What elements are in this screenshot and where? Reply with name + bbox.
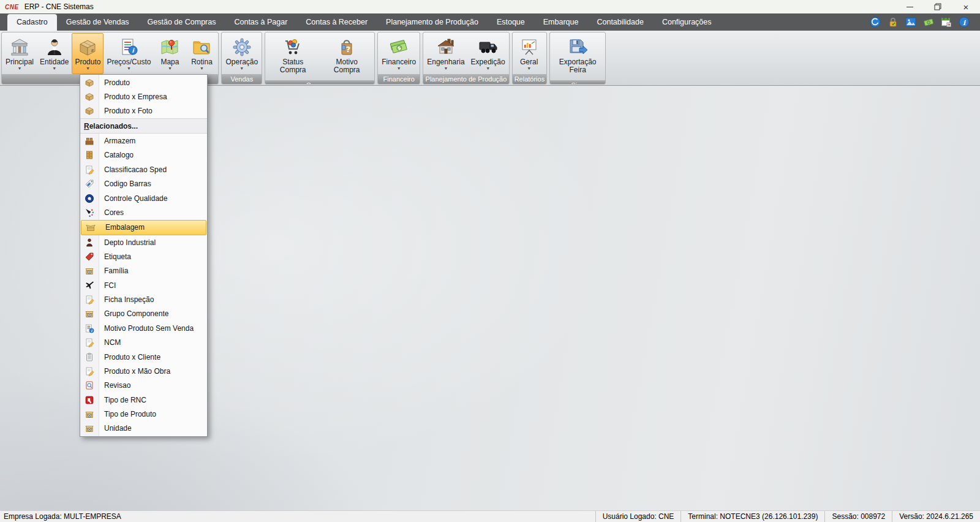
plane-icon xyxy=(80,281,99,290)
menu-item-classificacao-sped[interactable]: Classificacao Sped xyxy=(80,162,207,176)
menu-item-label: Revisao xyxy=(99,381,130,390)
menu-item-label: Produto x Foto xyxy=(99,107,153,115)
factory-icon xyxy=(436,36,456,58)
ribbon-group-label: Planejamento de Produção xyxy=(423,74,508,84)
calendar-icon[interactable] xyxy=(940,16,952,28)
svg-text:#: # xyxy=(91,48,94,53)
close-button[interactable]: × xyxy=(952,0,980,13)
ribbon-button-engenharia[interactable]: Engenharia▼ xyxy=(424,33,467,74)
image-icon[interactable] xyxy=(905,16,917,28)
ribbon-button-financeiro[interactable]: $Financeiro▼ xyxy=(379,33,419,74)
ribbon-button-produto[interactable]: #Produto▼ xyxy=(72,33,104,74)
menu-item-codigo-barras[interactable]: Codigo Barras xyxy=(80,177,207,191)
box-sm-icon xyxy=(80,92,99,102)
minimize-button[interactable] xyxy=(895,0,924,13)
ribbon-group-buttons: Principal▼Entidade▼#Produto▼iPreços/Cust… xyxy=(2,32,218,74)
menu-item-depto-industrial[interactable]: Depto Industrial xyxy=(80,235,207,249)
restore-button[interactable] xyxy=(924,0,952,13)
menu-item-produto-x-empresa[interactable]: Produto x Empresa xyxy=(80,89,207,104)
menu-item-label: Produto x Cliente xyxy=(99,353,160,361)
svg-text:?: ? xyxy=(346,45,351,54)
ribbon-button-geral[interactable]: Geral▼ xyxy=(513,33,545,74)
ribbon-button-rotina[interactable]: Rotina▼ xyxy=(186,33,217,74)
menu-item-label: Produto x Mão Obra xyxy=(99,367,170,376)
ribbon-button-mapa[interactable]: Mapa▼ xyxy=(154,33,186,74)
menu-item-produto[interactable]: Produto xyxy=(80,75,207,89)
chevron-down-icon: ▼ xyxy=(127,66,131,72)
doc-pencil-icon xyxy=(80,165,99,175)
tab-configuracoes[interactable]: Configurações xyxy=(653,14,721,31)
status-segment-2: Sessão: 008972 xyxy=(824,511,892,522)
menu-item-cores[interactable]: Cores xyxy=(80,205,207,219)
menu-item-armazem[interactable]: Armazem xyxy=(80,134,207,148)
tab-estoque[interactable]: Estoque xyxy=(488,14,534,31)
window-controls: × xyxy=(895,0,980,13)
ribbon-button-label: Motivo Compra xyxy=(323,58,371,74)
menu-item-label: Grupo Componente xyxy=(99,309,168,318)
menu-item-familia[interactable]: Família xyxy=(80,264,207,278)
menu-item-tipo-de-rnc[interactable]: Tipo de RNC xyxy=(80,393,207,407)
barcode-tag-icon xyxy=(80,179,99,189)
tab-contabilidade[interactable]: Contabilidade xyxy=(587,14,652,31)
clipboard-icon xyxy=(80,352,99,362)
truck-icon xyxy=(478,36,498,58)
menu-item-label: Produto x Empresa xyxy=(99,93,167,101)
menu-item-controle-qualidade[interactable]: Controle Qualidade xyxy=(80,191,207,205)
ribbon-button-principal[interactable]: Principal▼ xyxy=(2,33,37,74)
tab-contas-a-pagar[interactable]: Contas à Pagar xyxy=(225,14,296,31)
menu-item-produto-x-cliente[interactable]: Produto x Cliente xyxy=(80,350,207,364)
tabbar-tool-icons: i xyxy=(869,16,970,28)
menu-item-label: FCI xyxy=(99,281,116,290)
ribbon-button-precos-custo[interactable]: iPreços/Custo▼ xyxy=(104,33,154,74)
menu-item-fci[interactable]: FCI xyxy=(80,278,207,292)
ribbon-button-label: Operação xyxy=(225,58,258,66)
info-icon[interactable]: i xyxy=(958,16,970,28)
menu-item-label: Unidade xyxy=(99,424,132,433)
ribbon-button-exportacao-feira[interactable]: Exportação Feira xyxy=(551,33,605,80)
ribbon-button-label: Geral xyxy=(520,58,538,66)
ribbon-button-label: Engenharia xyxy=(427,58,464,66)
menu-item-label: NCM xyxy=(99,338,121,347)
ribbon-button-entidade[interactable]: Entidade▼ xyxy=(37,33,72,74)
tab-gestao-de-vendas[interactable]: Gestão de Vendas xyxy=(57,14,138,31)
menu-item-label: Tipo de Produto xyxy=(99,410,156,418)
chevron-down-icon: ▼ xyxy=(18,66,22,72)
menu-item-grupo-componente[interactable]: Grupo Componente xyxy=(80,307,207,321)
menu-item-ficha-inspecao[interactable]: Ficha Inspeção xyxy=(80,292,207,306)
box-gear-icon xyxy=(80,309,99,319)
menu-item-tipo-de-produto[interactable]: Tipo de Produto xyxy=(80,407,207,421)
industrial-icon xyxy=(80,238,99,248)
ribbon-button-status-compra[interactable]: Status Compra xyxy=(266,33,320,80)
money-icon[interactable] xyxy=(922,16,935,28)
tab-cadastro[interactable]: Cadastro xyxy=(7,14,57,31)
menu-item-produto-x-foto[interactable]: Produto x Foto xyxy=(80,104,207,118)
menu-item-catalogo[interactable]: Catalogo xyxy=(80,148,207,162)
menu-item-revisao[interactable]: Revisao xyxy=(80,379,207,393)
tab-planejamento-de-producao[interactable]: Planejamento de Produção xyxy=(377,14,488,31)
tab-gestao-de-compras[interactable]: Gestão de Compras xyxy=(138,14,225,31)
menu-item-label: Classificacao Sped xyxy=(99,165,167,174)
box-gear-icon xyxy=(80,266,99,276)
menu-item-unidade[interactable]: Unidade xyxy=(80,422,207,436)
ribbon-button-motivo-compra[interactable]: ?Motivo Compra xyxy=(320,33,374,80)
tab-contas-a-receber[interactable]: Contas à Receber xyxy=(296,14,377,31)
money-icon: $ xyxy=(389,36,409,58)
ribbon-button-label: Status Compra xyxy=(269,58,317,74)
ribbon-group-buttons: Operação▼ xyxy=(222,32,262,74)
ribbon-button-expedicao[interactable]: Expedição▼ xyxy=(468,33,508,74)
menu-item-produto-x-mao-obra[interactable]: Produto x Mão Obra xyxy=(80,364,207,378)
ribbon-group-financeiro: $Financeiro▼Financeiro xyxy=(377,32,420,85)
product-dropdown-menu: ProdutoProduto x EmpresaProduto x FotoRe… xyxy=(80,74,208,437)
ribbon-button-operacao[interactable]: Operação▼ xyxy=(222,33,261,74)
globe-icon[interactable] xyxy=(869,16,881,28)
tab-embarque[interactable]: Embarque xyxy=(534,14,588,31)
menu-item-ncm[interactable]: NCM xyxy=(80,335,207,349)
menu-item-etiqueta[interactable]: Etiqueta xyxy=(80,249,207,263)
lock-icon[interactable] xyxy=(887,16,899,28)
menu-item-embalagem[interactable]: Embalagem xyxy=(81,220,206,235)
menu-item-motivo-produto-sem-venda[interactable]: iMotivo Produto Sem Venda xyxy=(80,321,207,335)
restore-icon xyxy=(934,3,941,10)
menu-item-label: Depto Industrial xyxy=(99,238,156,247)
minimize-icon xyxy=(907,7,913,7)
person-icon xyxy=(45,36,64,58)
